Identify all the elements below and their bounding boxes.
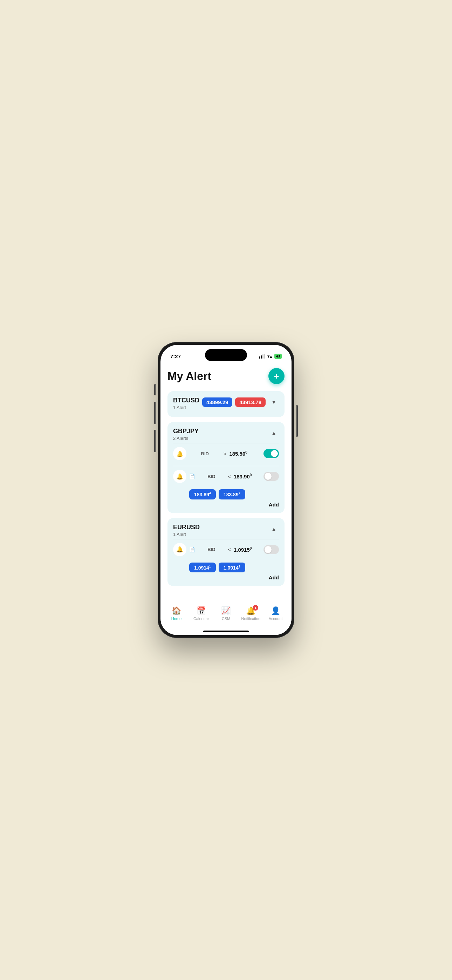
eurusd-alert1-operator: < [228, 546, 231, 552]
btcusd-expand-button[interactable]: ▾ [268, 397, 279, 407]
gbpjpy-alert-count: 2 Alerts [173, 436, 199, 441]
btcusd-card-header: BTCUSD 1 Alert 43899.29 43913.78 ▾ [173, 397, 279, 410]
phone-device: 7:27 ▾▴ 43 My Alert + [158, 342, 294, 638]
eurusd-card-header: EURUSD 1 Alert ▴ [173, 523, 279, 537]
eurusd-card: EURUSD 1 Alert ▴ 🔔 📄 BID < 1.09150 [167, 518, 285, 586]
eurusd-alert1-value: 1.09150 [234, 546, 261, 553]
btcusd-card: BTCUSD 1 Alert 43899.29 43913.78 ▾ [167, 391, 285, 417]
volume-up-button[interactable] [154, 402, 156, 424]
gbpjpy-alert2-toggle[interactable] [264, 472, 279, 481]
battery-indicator: 43 [274, 354, 282, 359]
phone-screen: 7:27 ▾▴ 43 My Alert + [161, 345, 291, 635]
gbpjpy-symbol: GBPJPY [173, 428, 199, 435]
gbpjpy-bid-price: 183.894 [189, 489, 216, 500]
nav-account-label: Account [269, 617, 283, 621]
gbpjpy-alert2-bell[interactable]: 🔔 [173, 470, 186, 483]
status-bar: 7:27 ▾▴ 43 [161, 345, 291, 363]
gbpjpy-alert1-toggle[interactable] [264, 449, 279, 458]
eurusd-ask-price: 1.09142 [219, 563, 245, 573]
notification-badge: 1 [253, 605, 258, 611]
eurusd-alert1-direction: BID [198, 547, 225, 552]
nav-notification-label: Notification [242, 617, 260, 621]
gbpjpy-alert1-direction: BID [189, 451, 221, 457]
bell-active-icon: 🔔 [176, 473, 183, 480]
main-content: My Alert + BTCUSD 1 Alert 43899.29 43913… [161, 363, 291, 602]
nav-calendar[interactable]: 📅 Calendar [189, 606, 214, 621]
page-header: My Alert + [167, 368, 285, 384]
gbpjpy-ask-price: 183.897 [219, 489, 245, 500]
account-icon: 👤 [271, 606, 280, 616]
btcusd-symbol: BTCUSD [173, 397, 199, 404]
gbpjpy-alert2-direction: BID [198, 474, 225, 479]
nav-csm-label: CSM [222, 617, 230, 621]
eurusd-alert-row-1: 🔔 📄 BID < 1.09150 [173, 539, 279, 560]
btcusd-ask-price: 43913.78 [235, 398, 266, 407]
bell-active-icon: 🔔 [176, 546, 183, 553]
gbpjpy-alert1-value: 185.500 [229, 450, 261, 457]
wifi-icon: ▾▴ [267, 354, 272, 359]
toggle-knob [271, 450, 278, 457]
nav-account[interactable]: 👤 Account [263, 606, 288, 621]
home-indicator [203, 630, 249, 632]
gbpjpy-alert-row-1: 🔔 BID > 185.500 [173, 443, 279, 464]
toggle-knob [264, 473, 272, 480]
gbpjpy-collapse-button[interactable]: ▴ [268, 428, 279, 438]
eurusd-collapse-button[interactable]: ▴ [268, 523, 279, 534]
eurusd-alert-count: 1 Alert [173, 532, 200, 537]
note-icon: 📄 [189, 474, 195, 479]
notification-icon: 🔔 1 [246, 606, 255, 616]
bell-inactive-icon: 🔔 [176, 450, 183, 457]
toggle-knob [264, 546, 272, 553]
gbpjpy-card: GBPJPY 2 Alerts ▴ 🔔 BID > 185.500 [167, 422, 285, 513]
gbpjpy-alert2-value: 183.900 [234, 473, 261, 479]
mute-button[interactable] [154, 384, 156, 395]
power-button[interactable] [296, 405, 298, 437]
status-icons: ▾▴ 43 [259, 354, 282, 359]
add-alert-button[interactable]: + [268, 368, 285, 384]
eurusd-alert1-toggle[interactable] [264, 545, 279, 554]
nav-csm[interactable]: 📈 CSM [214, 606, 239, 621]
csm-icon: 📈 [221, 606, 231, 616]
page-title: My Alert [167, 370, 211, 383]
nav-home[interactable]: 🏠 Home [164, 606, 189, 621]
note-icon: 📄 [189, 547, 195, 552]
gbpjpy-alert-row-2: 🔔 📄 BID < 183.900 [173, 466, 279, 487]
gbpjpy-add-link[interactable]: Add [173, 500, 279, 508]
nav-notification[interactable]: 🔔 1 Notification [238, 606, 263, 621]
gbpjpy-price-pair: 183.894 183.897 [173, 489, 279, 500]
eurusd-alert1-bell[interactable]: 🔔 [173, 543, 186, 556]
btcusd-alert-count: 1 Alert [173, 405, 199, 410]
volume-down-button[interactable] [154, 430, 156, 452]
calendar-icon: 📅 [197, 606, 206, 616]
signal-icon [259, 354, 265, 359]
nav-calendar-label: Calendar [193, 617, 209, 621]
bottom-navigation: 🏠 Home 📅 Calendar 📈 CSM 🔔 1 Notification… [161, 602, 291, 630]
eurusd-add-link[interactable]: Add [173, 573, 279, 581]
eurusd-symbol: EURUSD [173, 523, 200, 531]
status-time: 7:27 [170, 353, 181, 359]
eurusd-price-pair: 1.09141 1.09142 [173, 563, 279, 573]
gbpjpy-alert2-operator: < [228, 474, 231, 479]
btcusd-bid-price: 43899.29 [202, 398, 232, 407]
dynamic-island [205, 349, 247, 361]
gbpjpy-alert1-bell[interactable]: 🔔 [173, 447, 186, 460]
gbpjpy-card-header: GBPJPY 2 Alerts ▴ [173, 428, 279, 441]
nav-home-label: Home [171, 617, 181, 621]
eurusd-bid-price: 1.09141 [189, 563, 216, 573]
gbpjpy-alert1-operator: > [224, 451, 227, 457]
home-icon: 🏠 [172, 606, 181, 616]
